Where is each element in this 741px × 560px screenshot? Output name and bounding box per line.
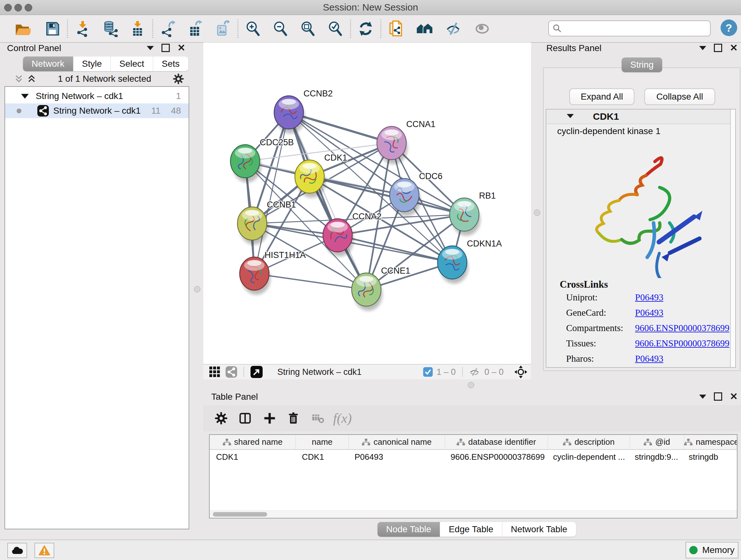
search-box[interactable]: [548, 20, 711, 37]
column-header-database-identifier[interactable]: database identifier: [445, 435, 548, 449]
close-panel-icon[interactable]: ✕: [178, 45, 185, 51]
export-table-icon[interactable]: [185, 18, 205, 39]
refresh-icon[interactable]: [355, 18, 376, 39]
birdseye-grid-icon[interactable]: [209, 366, 220, 378]
string-results-box: Expand All Collapse All CDK1 cyclin-depe…: [543, 67, 740, 371]
tab-edge-table[interactable]: Edge Table: [440, 522, 502, 537]
save-session-icon[interactable]: [42, 18, 63, 39]
crosslink-link[interactable]: 9606.ENSP00000378699: [635, 323, 730, 333]
network-collection-row[interactable]: String Network – cdk1 1: [5, 89, 189, 104]
delete-column-icon[interactable]: [282, 408, 306, 428]
tab-network[interactable]: Network: [23, 57, 73, 71]
float-panel-icon[interactable]: [161, 44, 170, 52]
float-panel-icon[interactable]: [714, 392, 722, 401]
open-external-icon[interactable]: [251, 366, 263, 378]
expand-all-icon[interactable]: [27, 74, 37, 84]
left-splitter-handle[interactable]: [194, 286, 200, 293]
search-input[interactable]: [565, 23, 707, 34]
bottom-splitter-handle[interactable]: [468, 382, 474, 388]
protein-section-header[interactable]: CDK1: [546, 110, 731, 124]
table-horizontal-scrollbar[interactable]: [210, 510, 737, 518]
tab-sets[interactable]: Sets: [153, 57, 188, 71]
gear-icon[interactable]: [173, 73, 184, 84]
warnings-button[interactable]: [35, 543, 54, 558]
column-header-shared-name[interactable]: shared name: [210, 435, 296, 449]
warning-icon: [39, 545, 50, 556]
column-header-description[interactable]: description: [548, 435, 630, 449]
tab-select[interactable]: Select: [111, 57, 153, 71]
column-header-canonical-name[interactable]: canonical name: [349, 435, 445, 449]
network-row-selected[interactable]: String Network – cdk1 11 48: [5, 104, 189, 118]
network-share-icon[interactable]: [226, 366, 237, 378]
tab-node-table[interactable]: Node Table: [378, 522, 440, 537]
show-columns-icon[interactable]: [233, 408, 258, 428]
table-cell: stringdb: [682, 450, 737, 464]
crosslink-row: Uniprot:P06493: [546, 292, 735, 307]
collapse-all-icon[interactable]: [14, 74, 23, 84]
graph-node-CCNE1[interactable]: CCNE1: [352, 266, 410, 311]
delete-table-icon[interactable]: [306, 408, 330, 428]
graph-node-RB1[interactable]: RB1: [450, 191, 496, 236]
title-bar[interactable]: Session: New Session: [0, 0, 741, 15]
navigator-crosshair-icon[interactable]: [515, 366, 527, 378]
zoom-fit-icon[interactable]: [298, 18, 318, 39]
node-table[interactable]: shared namenamecanonical namedatabase id…: [209, 434, 738, 518]
float-panel-icon[interactable]: [714, 44, 722, 52]
graph-node-CDKN1A[interactable]: CDKN1A: [437, 239, 502, 284]
string-homes-icon[interactable]: [414, 18, 435, 39]
crosslink-link[interactable]: P06493: [635, 307, 664, 318]
close-panel-icon[interactable]: ✕: [730, 45, 738, 51]
scrollbar-thumb[interactable]: [213, 512, 267, 516]
import-table-file-icon[interactable]: [127, 18, 148, 39]
crosslink-link[interactable]: 9606.ENSP00000378699: [635, 338, 730, 349]
open-session-icon[interactable]: [12, 18, 32, 39]
hidden-eye-icon[interactable]: [469, 367, 481, 377]
table-row[interactable]: CDK1CDK1P064939606.ENSP00000378699cyclin…: [210, 450, 737, 464]
cloud-button[interactable]: [7, 543, 27, 558]
network-canvas[interactable]: CCNB2CCNA1CDC25BCDK1CDC6RB1CCNB1CCNA2CDK…: [203, 43, 531, 364]
zoom-in-icon[interactable]: [243, 18, 263, 39]
results-scrollbar[interactable]: [730, 110, 735, 367]
create-column-icon[interactable]: [258, 408, 282, 428]
memory-button[interactable]: Memory: [685, 542, 738, 558]
table-settings-gear-icon[interactable]: [209, 408, 233, 428]
graph-node-CCNB2[interactable]: CCNB2: [274, 89, 333, 133]
help-icon[interactable]: ?: [721, 19, 737, 36]
export-network-icon[interactable]: [158, 18, 178, 39]
collapse-all-button[interactable]: Collapse All: [644, 88, 715, 105]
expand-all-button[interactable]: Expand All: [569, 88, 634, 105]
hide-selected-icon[interactable]: [443, 18, 464, 39]
column-header-name[interactable]: name: [296, 435, 349, 449]
panel-menu-icon[interactable]: [147, 46, 154, 50]
tree-expand-icon[interactable]: [21, 94, 29, 99]
export-image-icon[interactable]: [212, 18, 233, 39]
tab-style[interactable]: Style: [73, 57, 111, 71]
zoom-out-icon[interactable]: [270, 18, 291, 39]
panel-menu-icon[interactable]: [699, 395, 706, 399]
show-all-icon[interactable]: [472, 18, 492, 39]
column-header--id[interactable]: @id: [630, 435, 684, 449]
crosslink-link[interactable]: P06493: [635, 292, 664, 303]
selected-checkbox-icon[interactable]: [423, 367, 433, 377]
graph-node-CDK1[interactable]: CDK1: [295, 153, 347, 198]
copy-network-icon[interactable]: [386, 18, 406, 39]
tab-string[interactable]: String: [622, 57, 662, 72]
table-panel: Table Panel ✕ f(x) shared namenamecanoni…: [203, 391, 741, 537]
graph-node-CDC6[interactable]: CDC6: [390, 172, 443, 216]
node-count: 11: [151, 106, 160, 116]
zoom-selected-icon[interactable]: [325, 18, 346, 39]
current-network-dot-icon: [17, 109, 21, 113]
right-splitter-handle[interactable]: [534, 209, 540, 216]
tab-network-table[interactable]: Network Table: [502, 522, 576, 537]
close-panel-icon[interactable]: ✕: [730, 393, 738, 400]
crosslink-link[interactable]: P06493: [635, 354, 664, 364]
graph-node-HIST1H1A[interactable]: HIST1H1A: [240, 250, 306, 295]
graph-node-label: RB1: [479, 191, 496, 200]
section-collapse-icon[interactable]: [567, 114, 574, 118]
results-panel: Results Panel ✕ Expand All Collapse All …: [542, 43, 741, 381]
import-network-file-icon[interactable]: [72, 18, 93, 39]
panel-menu-icon[interactable]: [699, 46, 706, 50]
network-collection-label: String Network – cdk1: [36, 91, 123, 101]
column-header-namespace[interactable]: namespace: [684, 435, 738, 449]
import-network-database-icon[interactable]: [100, 18, 120, 39]
